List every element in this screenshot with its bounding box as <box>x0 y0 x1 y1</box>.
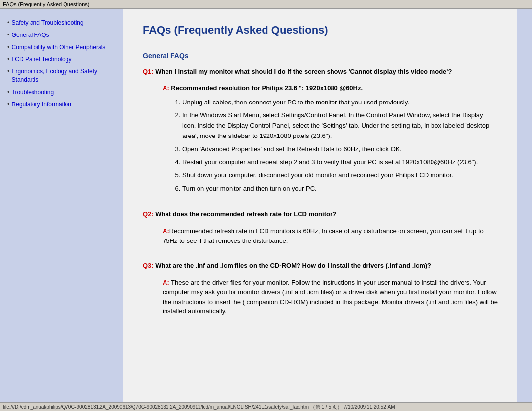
nav-link-general-faqs[interactable]: General FAQs <box>12 31 49 39</box>
q1-text: When I install my monitor what should I … <box>154 68 452 75</box>
nav-item-compatibility: Compatibility with Other Peripherals <box>7 43 116 52</box>
content-area: FAQs (Frequently Asked Questions) Genera… <box>123 9 517 402</box>
divider-after-q1 <box>143 202 498 202</box>
nav-list: Safety and Troubleshooting General FAQs … <box>7 19 116 108</box>
list-item: Unplug all cables, then connect your PC … <box>182 98 498 108</box>
list-item: Open 'Advanced Properties' and set the R… <box>182 144 498 155</box>
divider-after-q2 <box>143 253 498 253</box>
q3-a-label: A: <box>163 279 169 286</box>
right-panel <box>517 9 532 402</box>
nav-link-troubleshooting[interactable]: Troubleshooting <box>12 88 54 97</box>
title-bar: FAQs (Frequently Asked Questions) <box>0 0 532 9</box>
q1-answer-bold: A: Recommended resolution for Philips 23… <box>163 84 498 92</box>
section-title: General FAQs <box>143 52 498 60</box>
nav-link-compatibility[interactable]: Compatibility with Other Peripherals <box>12 43 106 52</box>
q2-a-text: Recommended refresh rate in LCD monitors… <box>163 227 484 244</box>
nav-item-ergonomics: Ergonomics, Ecology and Safety Standards <box>7 68 116 84</box>
nav-item-troubleshooting: Troubleshooting <box>7 88 116 97</box>
title-bar-text: FAQs (Frequently Asked Questions) <box>3 1 89 7</box>
nav-item-lcd: LCD Panel Technology <box>7 55 116 64</box>
list-item: Turn on your monitor and then turn on yo… <box>182 184 498 194</box>
q2-a-label: A: <box>163 227 169 235</box>
q3-a-text: These are the driver files for your moni… <box>163 279 498 315</box>
q3-label: Q3: <box>143 262 154 269</box>
question-2: Q2: What does the recommended refresh ra… <box>143 209 498 219</box>
nav-link-regulatory[interactable]: Regulatory Information <box>12 101 71 109</box>
q1-label: Q1: <box>143 68 154 75</box>
nav-item-general-faqs: General FAQs <box>7 31 116 39</box>
top-divider <box>143 44 498 44</box>
nav-link-ergonomics[interactable]: Ergonomics, Ecology and Safety Standards <box>12 68 116 84</box>
nav-link-safety[interactable]: Safety and Troubleshooting <box>12 19 84 27</box>
q1-answer-list: Unplug all cables, then connect your PC … <box>182 98 498 194</box>
status-text: file:///D:/cdm_anual/philips/Q70G-900281… <box>3 404 395 411</box>
nav-item-regulatory: Regulatory Information <box>7 101 116 109</box>
page-title: FAQs (Frequently Asked Questions) <box>143 24 498 36</box>
q1-a-text: Recommended resolution for Philips 23.6 … <box>169 84 363 92</box>
status-bar: file:///D:/cdm_anual/philips/Q70G-900281… <box>0 402 532 411</box>
list-item: Restart your computer and repeat step 2 … <box>182 157 498 168</box>
main-container: Safety and Troubleshooting General FAQs … <box>0 9 532 402</box>
list-item: Shut down your computer, disconnect your… <box>182 171 498 181</box>
nav-item-safety: Safety and Troubleshooting <box>7 19 116 27</box>
q2-answer: A:Recommended refresh rate in LCD monito… <box>163 226 498 245</box>
q3-answer: A: These are the driver files for your m… <box>163 278 498 316</box>
nav-link-lcd[interactable]: LCD Panel Technology <box>12 55 72 64</box>
question-1: Q1: When I install my monitor what shoul… <box>143 67 498 77</box>
left-panel: Safety and Troubleshooting General FAQs … <box>0 9 123 402</box>
q2-text: What does the recommended refresh rate f… <box>154 210 336 218</box>
list-item: In the Windows Start Menu, select Settin… <box>182 110 498 141</box>
bottom-divider <box>143 324 498 324</box>
q1-a-label: A: <box>163 84 169 92</box>
q3-text: What are the .inf and .icm files on the … <box>154 262 431 269</box>
q2-label: Q2: <box>143 210 154 218</box>
question-3: Q3: What are the .inf and .icm files on … <box>143 261 498 271</box>
